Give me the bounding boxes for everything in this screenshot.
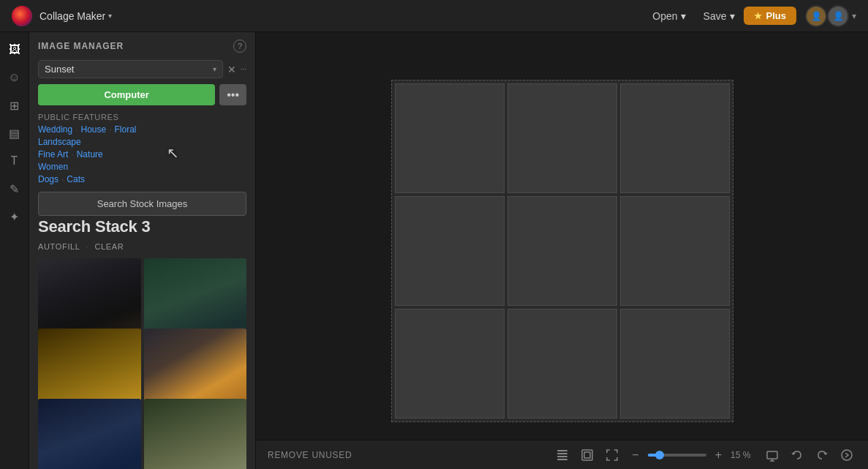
- cat-house[interactable]: House: [81, 124, 107, 135]
- image-manager-panel: IMAGE MANAGER ? Sunset ▾ ✕ ··· Computer …: [29, 32, 256, 469]
- panel-title: IMAGE MANAGER: [38, 41, 124, 51]
- app-logo: [12, 6, 32, 26]
- svg-rect-6: [767, 451, 777, 459]
- body-layout: 🖼 ☺ ⊞ ▤ T ✎ ✦ IMAGE MANAGER ? Sunset ▾ ✕…: [0, 32, 868, 469]
- undo-button[interactable]: [788, 446, 807, 465]
- next-icon: [840, 449, 853, 462]
- svg-rect-1: [557, 456, 567, 457]
- svg-point-9: [842, 450, 852, 460]
- star-icon: ★: [754, 11, 762, 21]
- collage-cell-3[interactable]: [620, 83, 730, 193]
- collage-cell-7[interactable]: [395, 309, 505, 419]
- search-stock-button[interactable]: Search Stock Images: [38, 192, 246, 216]
- panel-header: IMAGE MANAGER ?: [29, 32, 255, 57]
- source-dots-btn[interactable]: ···: [241, 65, 246, 73]
- svg-rect-5: [584, 452, 590, 458]
- open-button[interactable]: Open ▾: [644, 7, 694, 25]
- app-name: Collage Maker: [39, 10, 105, 22]
- undo-icon: [790, 449, 804, 462]
- save-chevron-icon: ▾: [730, 10, 735, 22]
- sidebar-item-layout[interactable]: ⊞: [3, 94, 26, 117]
- cat-cats[interactable]: Cats: [67, 174, 85, 184]
- zoom-out-button[interactable]: −: [627, 447, 643, 463]
- avatar-2[interactable]: 👤: [827, 5, 849, 27]
- cat-women[interactable]: Women: [38, 162, 68, 172]
- collage-grid[interactable]: [391, 80, 733, 422]
- collage-cell-1[interactable]: [395, 83, 505, 193]
- frame-icon-button[interactable]: [578, 446, 597, 465]
- categories-section: PUBLIC FEATURES Wedding · House · Floral…: [29, 108, 255, 186]
- zoom-slider-thumb: [655, 451, 664, 459]
- remove-unused-button[interactable]: REMOVE UNUSED: [268, 450, 352, 460]
- sidebar-item-text[interactable]: T: [3, 149, 26, 173]
- topbar: Collage Maker ▾ Open ▾ Save ▾ ★ Plus 👤 👤…: [0, 0, 868, 32]
- cat-fine-art[interactable]: Fine Art: [38, 149, 68, 160]
- frame-icon: [581, 449, 594, 462]
- category-links-3: Fine Art · Nature: [38, 149, 246, 160]
- bottom-bar: REMOVE UNUSED: [256, 440, 868, 469]
- category-links-4: Women: [38, 162, 246, 172]
- cat-wedding[interactable]: Wedding: [38, 124, 72, 135]
- svg-rect-0: [557, 453, 567, 454]
- zoom-percent: 15 %: [731, 450, 757, 460]
- collage-cell-4[interactable]: [395, 196, 505, 306]
- app-name-chevron[interactable]: ▾: [108, 12, 112, 20]
- category-links-5: Dogs · Cats: [38, 174, 246, 184]
- plus-button[interactable]: ★ Plus: [744, 7, 796, 25]
- collage-cell-9[interactable]: [620, 309, 730, 419]
- more-options-button[interactable]: •••: [219, 84, 246, 105]
- collage-cell-5[interactable]: [507, 196, 617, 306]
- search-stock-section: Search Stock Images: [29, 186, 255, 217]
- sidebar-item-stickers[interactable]: ☺: [3, 66, 26, 89]
- sidebar-item-images[interactable]: 🖼: [3, 38, 26, 61]
- collage-cell-6[interactable]: [620, 196, 730, 306]
- public-features-label: PUBLIC FEATURES: [38, 113, 246, 121]
- thumbnail-daisy[interactable]: [144, 399, 247, 469]
- collage-cell-8[interactable]: [507, 309, 617, 419]
- cat-nature[interactable]: Nature: [77, 149, 103, 160]
- source-clear-icon[interactable]: ✕: [227, 64, 236, 75]
- zoom-in-button[interactable]: +: [711, 447, 726, 463]
- category-links-2: Landscape: [38, 137, 246, 147]
- redo-button[interactable]: [812, 446, 831, 465]
- computer-button[interactable]: Computer: [38, 84, 215, 105]
- sidebar-item-background[interactable]: ▤: [3, 121, 26, 145]
- next-button[interactable]: [837, 446, 856, 465]
- expand-icon: [605, 449, 619, 462]
- canvas-wrapper[interactable]: [391, 80, 733, 422]
- redo-icon: [815, 449, 829, 462]
- panel-image-grid: [29, 255, 255, 469]
- source-select[interactable]: Sunset ▾: [38, 60, 223, 78]
- sidebar-item-effects[interactable]: ✦: [3, 205, 26, 228]
- cat-landscape[interactable]: Landscape: [38, 137, 81, 147]
- save-button[interactable]: Save ▾: [695, 7, 744, 25]
- help-icon[interactable]: ?: [233, 40, 246, 53]
- layers-icon: [556, 449, 569, 462]
- fit-screen-icon: [766, 449, 779, 462]
- sidebar-item-draw[interactable]: ✎: [3, 177, 26, 200]
- layers-icon-button[interactable]: [553, 446, 572, 465]
- avatar-chevron[interactable]: ▾: [852, 11, 856, 21]
- thumbnail-river[interactable]: [38, 399, 141, 469]
- zoom-slider[interactable]: [648, 454, 706, 457]
- cat-floral[interactable]: Floral: [115, 124, 137, 135]
- collage-cell-2[interactable]: [507, 83, 617, 193]
- avatar-1[interactable]: 👤: [805, 5, 827, 27]
- source-row: Sunset ▾ ✕ ···: [29, 57, 255, 81]
- action-row: AUTOFILL · CLEAR: [29, 241, 255, 255]
- open-chevron-icon: ▾: [681, 10, 686, 22]
- fit-screen-button[interactable]: [763, 446, 782, 465]
- cat-dogs[interactable]: Dogs: [38, 174, 59, 184]
- avatar-group: 👤 👤 ▾: [805, 5, 856, 27]
- clear-button[interactable]: CLEAR: [94, 242, 124, 251]
- search-stack-label: Search Stack 3: [29, 217, 255, 241]
- expand-icon-button[interactable]: [603, 446, 622, 465]
- source-chevron-icon: ▾: [213, 65, 216, 73]
- svg-rect-4: [582, 450, 592, 460]
- category-links: Wedding · House · Floral: [38, 124, 246, 135]
- autofill-button[interactable]: AUTOFILL: [38, 242, 80, 251]
- svg-rect-3: [557, 459, 567, 460]
- icon-bar: 🖼 ☺ ⊞ ▤ T ✎ ✦: [0, 32, 29, 469]
- computer-row: Computer •••: [29, 81, 255, 108]
- main-canvas-area: REMOVE UNUSED: [256, 32, 868, 469]
